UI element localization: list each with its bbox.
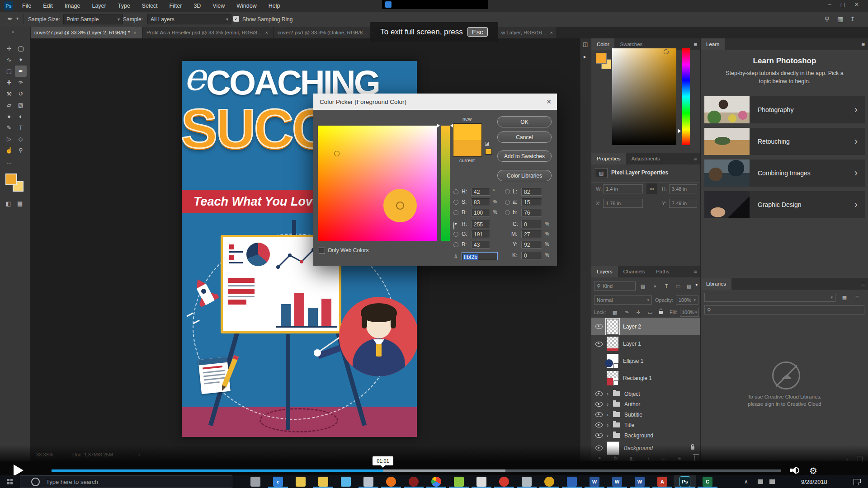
marquee-tool[interactable]: ◯ — [15, 43, 27, 54]
visibility-eye-icon[interactable] — [591, 402, 607, 407]
libraries-dropdown[interactable]: ▾ — [704, 293, 835, 302]
menu-view[interactable]: View — [207, 3, 231, 9]
acrobat-icon[interactable]: A — [651, 475, 674, 488]
visibility-eye-icon[interactable] — [591, 342, 607, 347]
crop-tool[interactable]: ▢ — [3, 66, 15, 77]
progress-bar-remaining[interactable] — [505, 469, 781, 472]
tab-learn[interactable]: Learn — [701, 38, 725, 50]
tab-channels[interactable]: Channels — [618, 266, 651, 277]
sticky-notes-icon[interactable] — [448, 475, 470, 488]
store-icon[interactable] — [335, 475, 357, 488]
visibility-eye-icon[interactable] — [591, 391, 607, 396]
c-field[interactable]: 0 — [521, 221, 542, 228]
cancel-button[interactable]: Cancel — [497, 131, 552, 143]
layer-name[interactable]: Rectangle 1 — [623, 375, 652, 381]
filter-smart-object-icon[interactable]: ▤ — [684, 282, 694, 291]
color-field[interactable] — [318, 126, 437, 241]
chrome-icon[interactable] — [425, 475, 448, 488]
quick-mask-icon[interactable]: ◧ — [5, 200, 11, 207]
excel-icon[interactable]: C — [696, 475, 719, 488]
radio-s[interactable] — [453, 200, 458, 205]
layer-mask-icon[interactable]: ◧ — [630, 455, 634, 461]
radio-b2[interactable] — [453, 242, 458, 247]
disclosure-icon[interactable]: › — [607, 391, 613, 397]
tab-close-icon[interactable]: × — [265, 30, 268, 35]
volume-icon[interactable] — [790, 466, 800, 474]
color-libraries-button[interactable]: Color Libraries — [497, 170, 552, 181]
edge-icon[interactable]: e — [267, 475, 289, 488]
menu-filter[interactable]: Filter — [164, 3, 188, 9]
fill-field[interactable]: 100%▾ — [680, 308, 699, 317]
group-row-title[interactable]: › Title — [591, 420, 701, 430]
disclosure-icon[interactable]: › — [607, 422, 613, 428]
photos-icon[interactable] — [357, 475, 380, 488]
tab-properties[interactable]: Properties — [591, 153, 626, 164]
action-center-icon[interactable] — [854, 479, 861, 485]
libraries-grid-view-icon[interactable]: ▦ — [839, 293, 850, 302]
color-slider[interactable] — [441, 126, 450, 241]
hue-bar-marker[interactable] — [678, 129, 681, 133]
libraries-list-view-icon[interactable]: ≣ — [852, 293, 863, 302]
shape-tool[interactable]: ◇ — [15, 133, 27, 145]
options-grid-icon[interactable]: ▦ — [837, 15, 843, 23]
a-field[interactable]: 15 — [521, 198, 542, 206]
panel-menu-icon[interactable]: ≡ — [693, 41, 697, 48]
color-panel-hue-bar[interactable] — [682, 48, 690, 145]
menu-select[interactable]: Select — [136, 3, 164, 9]
tab-libraries[interactable]: Libraries — [701, 278, 731, 290]
panel-menu-icon[interactable]: ≡ — [693, 268, 697, 275]
eyedropper-tool-icon[interactable]: ✒ — [7, 15, 13, 23]
lasso-tool[interactable]: ∿ — [3, 54, 15, 66]
r-field[interactable]: 255 — [471, 221, 490, 228]
group-name[interactable]: Subtitle — [624, 412, 642, 418]
layer-thumbnail[interactable] — [607, 319, 618, 334]
foreground-color-swatch[interactable] — [5, 174, 17, 185]
color-field-marker[interactable] — [664, 49, 669, 54]
radio-a[interactable] — [505, 200, 510, 205]
filter-shape-icon[interactable]: ▭ — [673, 282, 684, 291]
folder-icon[interactable] — [289, 475, 312, 488]
restore-button[interactable]: ▢ — [836, 1, 850, 8]
tab-profit-as-a-reseller[interactable]: Profit As a Reseller.psd @ 33.3% (email,… — [143, 27, 274, 38]
tab-paths[interactable]: Paths — [651, 266, 675, 277]
gradient-tool[interactable]: ▧ — [15, 99, 27, 111]
healing-brush-tool[interactable]: ✚ — [3, 77, 15, 88]
link-layers-icon[interactable]: ⚭ — [597, 455, 601, 461]
compass-icon[interactable] — [538, 475, 561, 488]
tab-cover27[interactable]: cover27.psd @ 33.3% (Layer 2, RGB/8) *× — [31, 27, 143, 38]
s-field[interactable]: 83 — [471, 198, 490, 206]
opacity-field[interactable]: 100%▾ — [676, 296, 698, 305]
group-row-object[interactable]: › Object — [591, 389, 701, 399]
radio-r-selected[interactable] — [453, 221, 454, 230]
group-name[interactable]: Background — [624, 432, 653, 439]
panel-menu-icon[interactable]: ≡ — [861, 281, 865, 287]
group-name[interactable]: Author — [624, 401, 640, 408]
libraries-add-icon[interactable]: + — [842, 455, 853, 464]
dialog-close-icon[interactable]: ✕ — [546, 98, 552, 105]
group-name[interactable]: Object — [624, 391, 640, 397]
tab-color[interactable]: Color — [591, 38, 614, 50]
progress-bar-buffered[interactable] — [383, 469, 505, 472]
hand-tool[interactable]: ☝ — [3, 145, 15, 156]
layer-thumbnail[interactable] — [607, 337, 618, 351]
dialog-title-bar[interactable]: Color Picker (Foreground Color) ✕ — [313, 94, 557, 110]
slider-marker-left[interactable] — [437, 123, 440, 128]
lock-move-icon[interactable]: ✛ — [633, 308, 644, 317]
group-row-subtitle[interactable]: › Subtitle — [591, 409, 701, 420]
lock-transparency-icon[interactable]: ▩ — [609, 308, 620, 317]
new-group-icon[interactable]: ▱ — [661, 455, 665, 461]
photoshop-icon[interactable]: Ps — [674, 475, 696, 488]
tab-close-icon[interactable]: × — [133, 30, 136, 35]
visibility-eye-icon[interactable] — [591, 324, 607, 329]
learn-item-graphic-design[interactable]: Graphic Design › — [704, 191, 865, 218]
blur-tool[interactable]: ● — [3, 111, 15, 122]
menu-type[interactable]: Type — [112, 3, 136, 9]
word-icon-3[interactable]: W — [628, 475, 651, 488]
type-tool[interactable]: T — [15, 122, 27, 133]
quick-selection-tool[interactable]: ✦ — [15, 54, 27, 66]
radio-h[interactable] — [453, 189, 458, 194]
media-player-icon[interactable] — [470, 475, 493, 488]
shard-icon[interactable] — [515, 475, 538, 488]
k-field[interactable]: 0 — [521, 252, 542, 259]
radio-lab-b[interactable] — [505, 210, 510, 215]
